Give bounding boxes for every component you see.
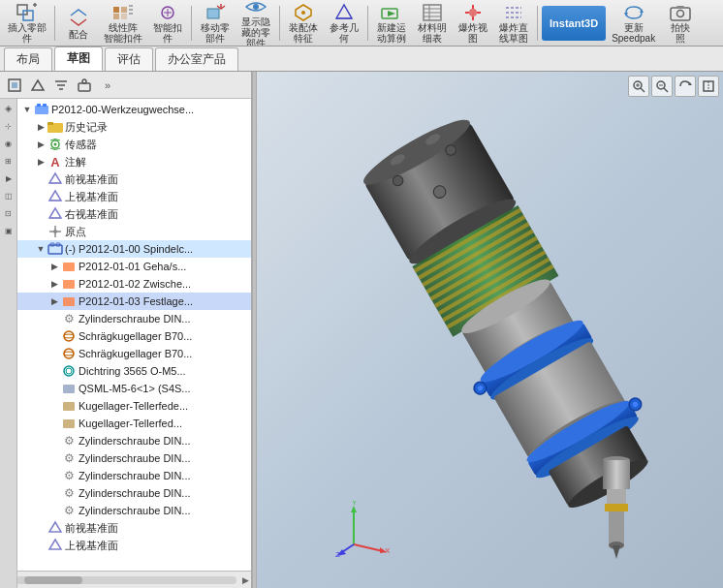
- svg-point-47: [82, 79, 86, 83]
- snapshot-label: 拍快照: [671, 22, 690, 44]
- tree-history[interactable]: ▶ 历史记录: [17, 118, 251, 136]
- toolbar-explode-lines[interactable]: 爆炸直线草图: [494, 2, 533, 45]
- svg-rect-70: [63, 280, 75, 289]
- zylinder3-icon: ⚙: [61, 450, 77, 466]
- toolbar-move[interactable]: 移动零部件: [196, 2, 235, 45]
- toolbar-snapshot[interactable]: 拍快照: [661, 2, 700, 45]
- zoom-out-btn[interactable]: [651, 76, 673, 97]
- tree-festlage[interactable]: ▶ P2012-01-03 Festlage...: [17, 293, 251, 310]
- history-label: 历史记录: [65, 120, 108, 135]
- showhide-icon: [242, 0, 269, 16]
- tab-evaluate[interactable]: 评估: [105, 47, 153, 71]
- instant3d-button[interactable]: Instant3D: [542, 6, 606, 41]
- showhide-label: 显示隐藏的零部件: [241, 16, 270, 46]
- svg-point-75: [64, 352, 74, 356]
- sidebar-hscroll[interactable]: ◀ ▶: [0, 571, 251, 588]
- toolbar-update[interactable]: 更新Speedpak: [608, 2, 659, 45]
- zylinder1-icon: ⚙: [61, 311, 77, 326]
- assembly-feat-label: 装配体特征: [289, 22, 318, 44]
- expand-festlage[interactable]: ▶: [48, 295, 60, 307]
- tree-zylinder1[interactable]: ⚙ Zylinderschraube DIN...: [17, 310, 251, 327]
- tree-sensor[interactable]: ▶ 传感器: [17, 136, 251, 153]
- tree-root[interactable]: ▼ P2012-00-Werkzeugwechse...: [17, 101, 251, 118]
- left-icon-3[interactable]: ◉: [1, 136, 16, 151]
- expand-annotation[interactable]: ▶: [35, 156, 47, 168]
- tree-front-plane-2[interactable]: 前视基准面: [17, 519, 251, 537]
- sidebar-tool-2[interactable]: [27, 75, 48, 96]
- svg-point-77: [66, 368, 72, 374]
- sidebar-expand[interactable]: »: [97, 75, 118, 96]
- tree-kugel1[interactable]: Schrägkugellager B70...: [17, 327, 251, 345]
- svg-point-56: [54, 143, 57, 146]
- tree-origin[interactable]: 原点: [17, 223, 251, 240]
- tab-sketch[interactable]: 草图: [54, 46, 103, 71]
- toolbar-smart[interactable]: 智能扣件: [148, 2, 187, 45]
- fit-label: 配合: [69, 29, 88, 40]
- tree-spindelc[interactable]: ▼ (-) P2012-01-00 Spindelc...: [17, 240, 251, 258]
- tree-annotation[interactable]: ▶ A 注解: [17, 153, 251, 170]
- tree-front-plane[interactable]: 前视基准面: [17, 170, 251, 188]
- hscroll-track[interactable]: [15, 576, 236, 584]
- sidebar-tool-1[interactable]: [4, 75, 25, 96]
- tree-zylinder5[interactable]: ⚙ Zylinderschraube DIN...: [17, 484, 251, 502]
- sidebar-toolbar: »: [0, 72, 251, 99]
- expand-zwische[interactable]: ▶: [48, 278, 60, 290]
- tab-layout[interactable]: 布局: [4, 47, 52, 71]
- toolbar-ref-geom[interactable]: 参考几何: [325, 2, 363, 45]
- toolbar-motion[interactable]: 新建运动算例: [372, 2, 411, 45]
- toolbar-linear[interactable]: 线性阵智能扣件: [100, 2, 146, 45]
- teller2-icon: [61, 416, 77, 431]
- svg-rect-46: [79, 83, 90, 91]
- svg-point-65: [53, 230, 57, 233]
- section-btn[interactable]: [698, 76, 719, 97]
- tree-zwische[interactable]: ▶ P2012-01-02 Zwische...: [17, 275, 251, 293]
- sidebar-filter[interactable]: [50, 75, 72, 96]
- tree-top-plane-2[interactable]: 上视基准面: [17, 537, 251, 554]
- tree-zylinder2[interactable]: ⚙ Zylinderschraube DIN...: [17, 432, 251, 449]
- hscroll-right[interactable]: ▶: [240, 575, 251, 585]
- spindelc-label: (-) P2012-01-00 Spindelc...: [65, 243, 193, 255]
- tab-office[interactable]: 办公室产品: [155, 47, 238, 71]
- tree-qsml[interactable]: QSML-M5-6<1> (S4S...: [17, 380, 251, 397]
- toolbar-assembly-feat[interactable]: 装配体特征: [284, 2, 323, 45]
- toolbar-insert[interactable]: 插入零部件: [4, 2, 50, 45]
- tree-teller2[interactable]: Kugellager-Tellerfed...: [17, 415, 251, 432]
- toolbar-fit[interactable]: 配合: [59, 2, 98, 45]
- left-icon-4[interactable]: ⊞: [1, 153, 16, 169]
- tree-right-plane[interactable]: 右视基准面: [17, 205, 251, 223]
- sidebar-tool-3[interactable]: [74, 75, 95, 96]
- tree-zylinder3[interactable]: ⚙ Zylinderschraube DIN...: [17, 449, 251, 467]
- zoom-in-btn[interactable]: [628, 76, 649, 97]
- left-icon-1[interactable]: ◈: [1, 101, 16, 116]
- expand-zylinder4: [48, 470, 60, 481]
- left-icon-7[interactable]: ⊡: [1, 205, 16, 221]
- tree-kugel2[interactable]: Schrägkugellager B70...: [17, 345, 251, 362]
- svg-marker-81: [49, 522, 61, 532]
- svg-rect-69: [63, 263, 75, 271]
- expand-root[interactable]: ▼: [21, 104, 33, 115]
- rotate-btn[interactable]: [675, 76, 696, 97]
- toolbar-show-hide[interactable]: 显示隐藏的零部件: [236, 2, 275, 45]
- kugel1-icon: [61, 328, 77, 344]
- tree-teller1[interactable]: Kugellager-Tellerfede...: [17, 397, 251, 415]
- zylinder1-label: Zylinderschraube DIN...: [79, 313, 191, 325]
- left-icon-8[interactable]: ▣: [1, 223, 16, 238]
- annotation-icon: A: [47, 154, 63, 170]
- expand-sensor[interactable]: ▶: [35, 139, 47, 150]
- tree-top-plane[interactable]: 上视基准面: [17, 188, 251, 205]
- viewport-toolbar: [628, 76, 719, 97]
- expand-spindelc[interactable]: ▼: [35, 243, 47, 255]
- tree-zylinder6[interactable]: ⚙ Zylinderschraube DIN...: [17, 502, 251, 519]
- tree-dichtring[interactable]: Dichtring 3565 O-M5...: [17, 362, 251, 380]
- zwische-icon: [61, 276, 77, 292]
- viewport[interactable]: Y X Z: [257, 72, 723, 588]
- left-icon-5[interactable]: ▶: [1, 170, 16, 186]
- toolbar-bom[interactable]: 材料明细表: [413, 2, 452, 45]
- expand-history[interactable]: ▶: [35, 121, 47, 133]
- expand-geha[interactable]: ▶: [48, 261, 60, 272]
- tree-zylinder4[interactable]: ⚙ Zylinderschraube DIN...: [17, 467, 251, 484]
- tree-geha[interactable]: ▶ P2012-01-01 Geha/s...: [17, 258, 251, 275]
- toolbar-explode[interactable]: 爆炸视图: [454, 2, 492, 45]
- left-icon-6[interactable]: ◫: [1, 188, 16, 203]
- left-icon-2[interactable]: ⊹: [1, 118, 16, 134]
